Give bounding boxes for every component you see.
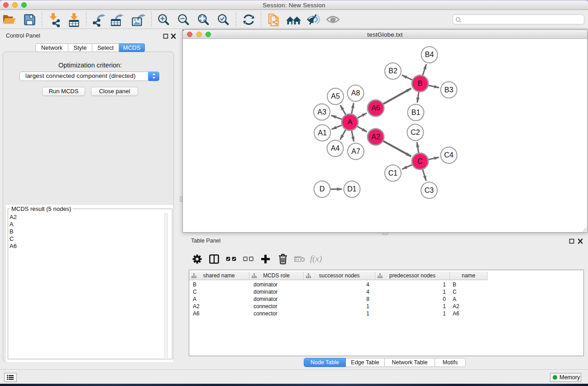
svg-text:A: A — [348, 118, 353, 126]
svg-text:A6: A6 — [371, 104, 380, 112]
svg-text:C: C — [417, 157, 423, 165]
svg-text:A5: A5 — [331, 92, 340, 100]
svg-text:B1: B1 — [411, 109, 421, 116]
svg-text:A4: A4 — [331, 144, 340, 152]
svg-text:C4: C4 — [444, 151, 454, 159]
svg-text:B: B — [418, 80, 423, 87]
svg-text:A7: A7 — [351, 148, 360, 155]
svg-text:A2: A2 — [371, 133, 380, 141]
svg-text:B4: B4 — [425, 51, 434, 58]
svg-text:D1: D1 — [347, 185, 357, 193]
svg-text:A1: A1 — [318, 129, 327, 137]
svg-text:D: D — [320, 185, 325, 193]
svg-text:B3: B3 — [445, 86, 454, 94]
svg-text:C1: C1 — [388, 169, 398, 177]
svg-text:B2: B2 — [388, 67, 397, 75]
svg-text:A8: A8 — [351, 89, 360, 97]
svg-text:C2: C2 — [411, 129, 420, 136]
svg-text:A3: A3 — [317, 108, 326, 116]
svg-text:C3: C3 — [425, 186, 434, 194]
